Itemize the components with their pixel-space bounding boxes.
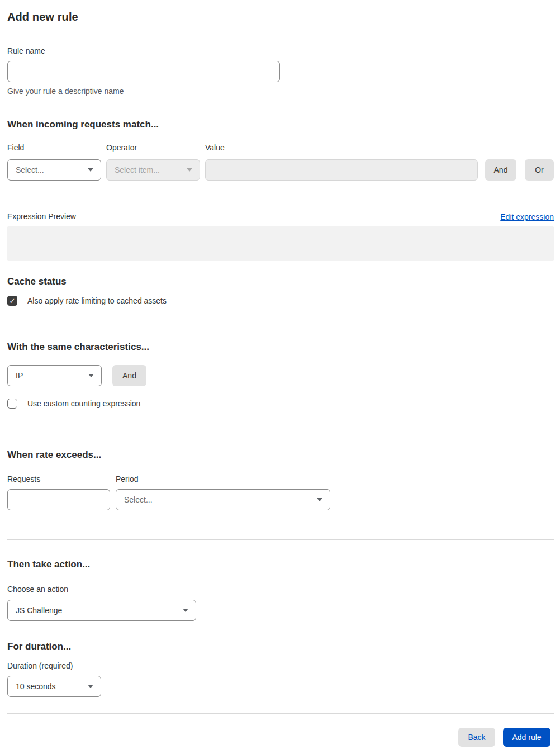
characteristic-and-button[interactable]: And <box>112 365 146 386</box>
expression-preview-row: Expression Preview Edit expression <box>7 212 554 221</box>
field-label: Field <box>7 143 106 153</box>
counting-expression-checkbox[interactable] <box>7 399 17 409</box>
rate-controls-row: Select... <box>7 489 554 510</box>
period-label: Period <box>116 475 138 484</box>
chevron-down-icon <box>88 374 94 377</box>
counting-expression-checkbox-row: Use custom counting expression <box>7 399 554 409</box>
match-controls-row: Select... Select item... And Or <box>7 159 554 181</box>
edit-expression-link[interactable]: Edit expression <box>500 212 554 221</box>
rule-name-input[interactable] <box>7 61 280 82</box>
characteristic-select[interactable]: IP <box>7 365 102 386</box>
page-title: Add new rule <box>7 11 554 23</box>
rate-labels-row: Requests Period <box>7 475 554 484</box>
expression-preview-label: Expression Preview <box>7 212 76 221</box>
match-labels-row: Field Operator Value <box>7 143 554 153</box>
duration-select-value: 10 seconds <box>16 682 56 691</box>
action-select[interactable]: JS Challenge <box>7 600 196 621</box>
action-section-heading: Then take action... <box>7 559 554 570</box>
value-label: Value <box>205 143 225 153</box>
check-icon: ✓ <box>10 297 16 305</box>
operator-label: Operator <box>106 143 205 153</box>
characteristics-section-heading: With the same characteristics... <box>7 342 554 353</box>
characteristic-select-value: IP <box>16 371 23 380</box>
requests-input[interactable] <box>7 489 110 510</box>
cached-assets-checkbox-label: Also apply rate limiting to cached asset… <box>27 296 167 305</box>
action-select-value: JS Challenge <box>16 606 62 615</box>
chevron-down-icon <box>88 168 93 172</box>
period-select-value: Select... <box>124 495 153 504</box>
rule-name-label: Rule name <box>7 46 554 56</box>
section-divider <box>7 539 554 540</box>
chevron-down-icon <box>183 609 188 612</box>
rate-section-heading: When rate exceeds... <box>7 449 554 461</box>
action-label: Choose an action <box>7 585 554 594</box>
expression-preview-box <box>7 226 554 261</box>
counting-expression-checkbox-label: Use custom counting expression <box>27 399 140 408</box>
section-divider <box>7 326 554 326</box>
requests-label: Requests <box>7 475 116 484</box>
rule-name-helper: Give your rule a descriptive name <box>7 87 554 96</box>
back-button[interactable]: Back <box>458 728 495 747</box>
footer-actions: Back Add rule <box>7 728 554 747</box>
field-select-value: Select... <box>16 165 44 174</box>
duration-select[interactable]: 10 seconds <box>7 676 101 697</box>
match-section-heading: When incoming requests match... <box>7 119 554 130</box>
cache-section-heading: Cache status <box>7 276 554 287</box>
period-select[interactable]: Select... <box>116 489 330 510</box>
add-rule-form: Add new rule Rule name Give your rule a … <box>0 0 560 747</box>
cache-checkbox-row: ✓ Also apply rate limiting to cached ass… <box>7 296 554 306</box>
footer-divider <box>7 713 554 714</box>
chevron-down-icon <box>187 168 192 172</box>
chevron-down-icon <box>88 685 93 688</box>
duration-section-heading: For duration... <box>7 641 554 652</box>
operator-select-value: Select item... <box>115 165 160 174</box>
field-select[interactable]: Select... <box>7 159 101 181</box>
value-input <box>205 159 478 181</box>
chevron-down-icon <box>317 498 322 501</box>
section-divider <box>7 430 554 430</box>
operator-select: Select item... <box>106 159 200 181</box>
characteristics-controls-row: IP And <box>7 365 554 386</box>
and-button[interactable]: And <box>485 159 516 181</box>
or-button[interactable]: Or <box>525 159 554 181</box>
add-rule-button[interactable]: Add rule <box>503 728 550 747</box>
duration-label: Duration (required) <box>7 661 554 671</box>
cached-assets-checkbox[interactable]: ✓ <box>7 296 17 306</box>
